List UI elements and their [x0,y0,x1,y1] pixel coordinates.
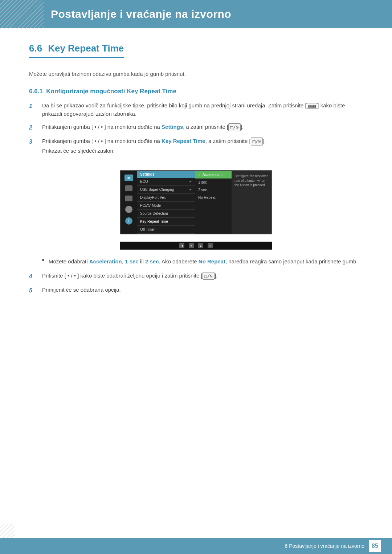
main-content: 6.6Key Repeat Time Možete upravljati brz… [0,28,392,336]
submenu-panel: ✓Acceleration 1 sec 2 sec No Repeat [195,171,232,234]
intro-text: Možete upravljati brzinom odaziva gumba … [29,71,363,77]
step-3-number: 3 [29,137,38,146]
kbd-enter-3: □/⎋ [251,138,263,145]
bullet-sym-4: • [101,138,103,144]
step-5-content: Primijenit će se odabrana opcija. [42,286,363,294]
option-1sec: 1 sec [125,258,139,264]
bullet-symbol-2: • [101,124,103,130]
submenu-1sec: 1 sec [195,178,232,186]
option-2sec: 2 sec [145,258,159,264]
menu-item-pcav: PC/AV Mode [137,202,195,210]
bullet-dot [42,259,44,261]
steps-list: 1 Da bi se prikazao vodič za funkcijske … [29,102,363,155]
key-repeat-label: Key Repeat Time [162,138,205,144]
bullet-sym-3: • [94,138,96,144]
step-5: 5 Primijenit će se odabrana opcija. [29,286,363,295]
subsection-number: 6.6.1 [29,88,43,95]
step-1-content: Da bi se prikazao vodič za funkcijske ti… [42,102,363,118]
step-3: 3 Pritiskanjem gumba [ • / • ] na monito… [29,137,363,155]
sidebar-icon-info: i [125,217,132,225]
monitor-menu-area: Settings ECO► USB Super Charging► Displa… [137,171,271,234]
step-2-number: 2 [29,123,38,132]
info-text: Configure the response rate of a button … [234,174,269,188]
section-number: 6.6 [29,43,42,54]
submenu-acceleration: ✓Acceleration [195,171,232,178]
info-panel: Configure the response rate of a button … [232,171,271,234]
footer-page-number: 85 [369,540,381,552]
nav-btn-up: ▲ [198,243,203,248]
menu-item-keyrepeat: Key Repeat Time [137,218,195,226]
option-acceleration: Acceleration [89,258,122,264]
nav-btn-down: ▼ [189,243,194,248]
page-title: Postavljanje i vraćanje na izvorno [51,8,377,20]
bullet-section: Možete odabrati Acceleration, 1 sec ili … [42,258,363,266]
monitor-sidebar: ▩ i [121,171,137,234]
sidebar-icon-lines [125,196,132,201]
subsection-heading: Konfiguriranje mogućnosti Key Repeat Tim… [46,88,176,95]
step-3-content: Pritiskanjem gumba [ • / • ] na monitoru… [42,137,363,155]
settings-label: Settings [162,124,183,130]
monitor-nav-bar: ◀ ▼ ▲ ⎋ [120,242,272,250]
menu-item-dp: DisplayPort Ver. [137,194,195,202]
menu-item-usb: USB Super Charging► [137,186,195,194]
step-2: 2 Pritiskanjem gumba [ • / • ] na monito… [29,123,363,132]
steps-list-continued: 4 Pritisnite [ • / • ] kako biste odabra… [29,272,363,295]
step-4: 4 Pritisnite [ • / • ] kako biste odabra… [29,272,363,281]
kbd-enter-2: □/⎋ [228,123,240,131]
step-4-number: 4 [29,272,38,281]
menu-title: Settings [137,171,195,178]
menu-item-offtimer: Off Timer [137,226,195,234]
sidebar-icon-arrows [125,185,132,191]
menu-panel: Settings ECO► USB Super Charging► Displa… [137,171,195,234]
option-norepeat: No Repeat [199,258,225,264]
footer-text: 6 Postavljanje i vraćanje na izvorno [285,543,364,549]
section-title: 6.6Key Repeat Time [29,43,124,58]
bullet-text: Možete odabrati Acceleration, 1 sec ili … [49,258,358,266]
menu-item-source: Source Detection [137,210,195,218]
subsection-title: 6.6.1 Konfiguriranje mogućnosti Key Repe… [29,88,363,95]
submenu-norepeat: No Repeat [195,194,232,201]
sidebar-icon-gear [125,206,132,213]
monitor-display: ▩ i Settings ECO► USB Super Charging► [120,170,272,234]
page-header: Postavljanje i vraćanje na izvorno [0,0,392,28]
bullet-sym-6: • [74,272,76,279]
bullet-item: Možete odabrati Acceleration, 1 sec ili … [42,258,363,266]
bottom-decorative-pattern [0,524,15,538]
nav-btn-left: ◀ [179,243,184,248]
step-1: 1 Da bi se prikazao vodič za funkcijske … [29,102,363,118]
kbd-menu: ▤▤▤ [307,103,318,109]
monitor-screenshot: ▩ i Settings ECO► USB Super Charging► [120,163,272,250]
submenu-2sec: 2 sec [195,186,232,194]
page-footer: 6 Postavljanje i vraćanje na izvorno 85 [0,538,392,554]
section-heading: Key Repeat Time [48,43,124,54]
step-5-number: 5 [29,286,38,295]
bullet-sym-5: • [68,272,69,279]
sidebar-icon-tv: ▩ [124,175,133,181]
bullet-symbol: • [94,124,96,130]
kbd-enter-4: □/⎋ [203,272,215,280]
step-2-content: Pritiskanjem gumba [ • / • ] na monitoru… [42,123,363,131]
nav-btn-enter: ⎋ [208,243,213,248]
top-decorative-pattern [0,0,44,29]
step-1-number: 1 [29,102,38,111]
step-4-content: Pritisnite [ • / • ] kako biste odabrali… [42,272,363,280]
menu-item-eco: ECO► [137,178,195,186]
